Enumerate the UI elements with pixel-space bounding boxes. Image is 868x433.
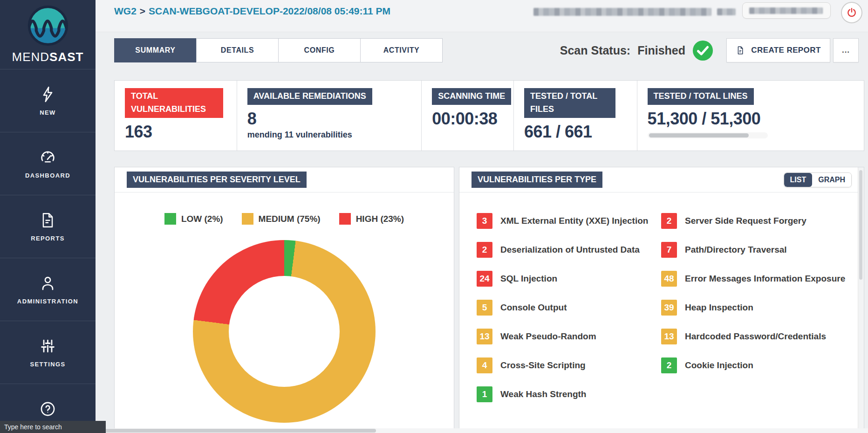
create-report-button[interactable]: CREATE REPORT	[726, 38, 830, 62]
vuln-count-badge: 2	[661, 357, 677, 373]
vuln-count-badge: 2	[661, 213, 677, 229]
sidebar-item-new[interactable]: NEW	[0, 69, 96, 132]
vuln-item-console-output[interactable]: 5Console Output	[477, 300, 661, 316]
severity-legend: LOW (2%)MEDIUM (75%)HIGH (23%)	[115, 213, 454, 225]
sidebar-item-label: REPORTS	[31, 235, 65, 242]
legend-item-medium: MEDIUM (75%)	[242, 213, 321, 225]
vuln-item-cookie-injection[interactable]: 2Cookie Injection	[661, 357, 852, 373]
stat-card-value-clip: 51,300 / 51,300	[648, 105, 764, 129]
brand-name: MENDSAST	[12, 50, 84, 64]
vuln-item-weak-hash-strength[interactable]: 1Weak Hash Strength	[477, 386, 661, 402]
vuln-item-hardcoded-password-credentials[interactable]: 13Hardcoded Password/Credentials	[661, 329, 852, 344]
vuln-type-label: Cross-Site Scripting	[500, 360, 586, 371]
sidebar-item-reports[interactable]: REPORTS	[0, 195, 96, 258]
types-panel-scrollbar-thumb[interactable]	[859, 170, 862, 280]
vuln-count-badge: 13	[661, 329, 677, 344]
sidebar-item-dashboard[interactable]: DASHBOARD	[0, 132, 96, 195]
vuln-count-badge: 13	[477, 329, 492, 344]
sidebar-item-label: ADMINISTRATION	[17, 298, 78, 305]
breadcrumb-separator: >	[140, 6, 145, 16]
vuln-type-label: Error Messages Information Exposure	[685, 274, 845, 284]
user-dropdown[interactable]	[742, 2, 831, 19]
topbar: WG2>SCAN-WEBGOAT-DEVELOP-2022/08/08 05:4…	[96, 0, 868, 32]
vuln-type-label: Hardcoded Password/Credentials	[685, 331, 826, 342]
sidebar-item-label: DASHBOARD	[25, 172, 70, 179]
stat-card-value: 8	[247, 109, 422, 129]
stat-card-row: TOTAL VULNERABILITIES163AVAILABLE REMEDI…	[114, 80, 864, 151]
redacted-account-text	[533, 8, 711, 16]
stat-card-value: 661 / 661	[524, 122, 637, 142]
legend-swatch-high	[339, 213, 351, 225]
vuln-item-server-side-request-forgery[interactable]: 2Server Side Request Forgery	[661, 213, 852, 229]
stat-card-tested-total-files: TESTED / TOTAL FILES661 / 661	[514, 81, 637, 151]
stat-card-scrollbar-thumb[interactable]	[649, 133, 749, 137]
vuln-type-label: Path/Directory Traversal	[685, 245, 787, 255]
legend-label: MEDIUM (75%)	[259, 214, 321, 224]
types-panel: VULNERABILITIES PER TYPE LISTGRAPH 3XML …	[459, 167, 864, 433]
sidebar-item-administration[interactable]: ADMINISTRATION	[0, 258, 96, 321]
toggle-graph[interactable]: GRAPH	[812, 173, 851, 187]
sidebar-nav: NEWDASHBOARDREPORTSADMINISTRATIONSETTING…	[0, 69, 96, 433]
page-horizontal-scrollbar-thumb[interactable]	[96, 429, 376, 433]
report-icon	[39, 212, 56, 229]
stat-card-scrollbar	[648, 132, 768, 138]
stat-card-available-remediations: AVAILABLE REMEDIATIONS8mending 11 vulner…	[237, 81, 422, 151]
tab-details[interactable]: DETAILS	[196, 38, 279, 62]
vuln-item-sql-injection[interactable]: 24SQL Injection	[477, 271, 661, 287]
stat-card-value: 00:00:38	[432, 109, 513, 129]
types-panel-header: VULNERABILITIES PER TYPE LISTGRAPH	[459, 167, 864, 192]
tab-summary[interactable]: SUMMARY	[114, 38, 197, 62]
vulnerability-type-list: 3XML External Entity (XXE) Injection2Ser…	[459, 192, 864, 402]
redacted-label	[717, 8, 736, 15]
vuln-item-path-directory-traversal[interactable]: 7Path/Directory Traversal	[661, 242, 852, 258]
breadcrumb-scan-name: SCAN-WEBGOAT-DEVELOP-2022/08/08 05:49:11…	[149, 6, 390, 16]
types-panel-scrollbar	[858, 167, 864, 433]
tab-activity[interactable]: ACTIVITY	[360, 38, 443, 62]
sidebar-item-label: NEW	[40, 109, 56, 116]
power-icon	[846, 7, 857, 18]
vuln-type-label: Console Output	[500, 302, 567, 313]
scan-status-value: Finished	[637, 44, 685, 57]
logout-power-button[interactable]	[841, 2, 862, 23]
scan-tabs: SUMMARYDETAILSCONFIGACTIVITY	[114, 38, 443, 62]
vuln-item-weak-pseudo-random[interactable]: 13Weak Pseudo-Random	[477, 329, 661, 344]
scan-status: Scan Status: Finished	[560, 40, 713, 61]
sidebar-item-label: SETTINGS	[30, 361, 65, 368]
lightning-icon	[39, 86, 56, 103]
sidebar-item-settings[interactable]: SETTINGS	[0, 321, 96, 384]
vuln-item-cross-site-scripting[interactable]: 4Cross-Site Scripting	[477, 357, 661, 373]
vuln-item-deserialization-of-untrusted-data[interactable]: 2Deserialization of Untrusted Data	[477, 242, 661, 258]
report-file-icon	[736, 46, 745, 55]
vuln-count-badge: 2	[477, 242, 492, 258]
brand[interactable]: MENDSAST	[0, 0, 96, 69]
page-horizontal-scrollbar	[96, 428, 868, 433]
vuln-type-label: Weak Hash Strength	[500, 389, 586, 399]
stat-card-title: AVAILABLE REMEDIATIONS	[247, 88, 372, 105]
vuln-item-heap-inspection[interactable]: 39Heap Inspection	[661, 300, 852, 316]
vuln-item-xml-external-entity-xxe-injection[interactable]: 3XML External Entity (XXE) Injection	[477, 213, 661, 229]
vuln-count-badge: 1	[477, 386, 492, 402]
legend-swatch-low	[164, 213, 176, 225]
sidebar: MENDSAST NEWDASHBOARDREPORTSADMINISTRATI…	[0, 0, 96, 433]
stat-card-scanning-time: SCANNING TIME00:00:38	[422, 81, 514, 151]
redacted-user-name	[749, 7, 823, 14]
stat-card-title: TOTAL VULNERABILITIES	[125, 88, 223, 118]
vuln-type-label: Cookie Injection	[685, 360, 753, 371]
legend-label: HIGH (23%)	[356, 214, 404, 224]
toggle-list[interactable]: LIST	[784, 173, 813, 187]
mend-logo-icon	[27, 5, 69, 47]
tab-config[interactable]: CONFIG	[278, 38, 361, 62]
speedometer-icon	[39, 149, 56, 166]
vuln-count-badge: 7	[661, 242, 677, 258]
list-graph-toggle: LISTGRAPH	[784, 172, 852, 187]
breadcrumb-project-link[interactable]: WG2	[114, 6, 137, 16]
breadcrumb: WG2>SCAN-WEBGOAT-DEVELOP-2022/08/08 05:4…	[114, 6, 390, 17]
create-report-label: CREATE REPORT	[751, 46, 820, 55]
sliders-icon	[39, 337, 56, 355]
more-actions-button[interactable]: ...	[833, 38, 859, 62]
vuln-count-badge: 4	[477, 357, 492, 373]
vuln-item-error-messages-information-exposure[interactable]: 48Error Messages Information Exposure	[661, 271, 852, 287]
vuln-count-badge: 5	[477, 300, 492, 316]
severity-donut-chart	[193, 240, 376, 423]
vuln-type-label: SQL Injection	[500, 274, 557, 284]
